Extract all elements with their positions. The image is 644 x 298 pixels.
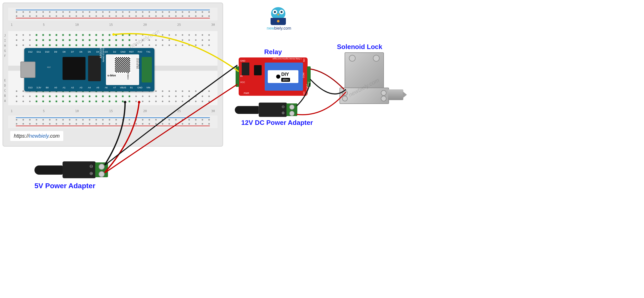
relay-pin-nc: NC <box>303 91 305 95</box>
owl-icon <box>271 7 285 19</box>
row-label: F <box>4 54 6 58</box>
pin-label: RST <box>128 51 135 53</box>
col-label: 25 <box>177 109 181 113</box>
pin-label: A7 <box>111 86 118 89</box>
relay-pin-in: IN <box>240 75 242 77</box>
diyables-tag: DIY ables <box>268 70 298 83</box>
pin-label: D6 <box>77 51 84 53</box>
wire-relay-no-red <box>310 69 344 89</box>
solenoid-lock <box>339 52 396 106</box>
relay-pin-vcc: VCC <box>240 81 245 84</box>
solenoid-base <box>339 88 389 104</box>
plus-icon: ⊕ <box>89 171 93 176</box>
pin-label: D3 <box>103 51 110 53</box>
col-label: 25 <box>177 23 181 27</box>
solenoid-body <box>345 52 384 89</box>
screw-icon <box>342 90 348 96</box>
pin-label: D4 <box>94 51 101 53</box>
solenoid-bolt <box>388 89 403 100</box>
col-label: 10 <box>75 23 79 27</box>
pin-label: A5 <box>94 86 101 89</box>
row-label: B <box>4 94 6 98</box>
plus-icon: ⊕ <box>282 110 285 115</box>
play-icon <box>276 75 280 79</box>
relay-input-terminal <box>236 66 239 87</box>
pin-label: D12 <box>27 51 34 53</box>
col-label: 15 <box>109 23 113 27</box>
row-label: E <box>4 79 6 82</box>
power-adapter-12v: ⊖ ⊕ <box>235 102 298 117</box>
arduino-pins-bottom: D13 3.3V B0 A0 A1 A2 A3 A4 A5 A6 A7 VBUS… <box>27 85 152 90</box>
screw-icon <box>99 164 105 170</box>
col-label: 20 <box>143 23 147 27</box>
pin-label: D11 <box>35 51 42 53</box>
tag-brand: DIY <box>281 72 289 77</box>
row-label: J <box>4 34 6 37</box>
dc-body: ⊖ ⊕ <box>259 103 287 117</box>
url-brand: newbiely <box>29 133 48 139</box>
relay-pin-gnd: GND <box>240 59 245 62</box>
label-12v-adapter: 12V DC Power Adapter <box>241 119 313 127</box>
screw-icon <box>342 96 348 101</box>
relay-spec: SRD-05VDC-SL-C 10A 250VAC 10A 125VAC 10A… <box>306 78 311 103</box>
minus-icon: ⊖ <box>89 163 93 169</box>
relay-module: DIY ables GND IN VCC NO COM NC PWR 1 Rel… <box>239 57 308 96</box>
pin-label: A0 <box>52 86 59 89</box>
pin-label: GND <box>119 51 127 53</box>
screw-icon <box>289 104 294 110</box>
dc-terminal <box>286 103 297 116</box>
optocoupler-chip <box>254 65 262 75</box>
newbiely-logo: newbiely.com <box>267 7 290 30</box>
row-label: C <box>4 89 6 92</box>
pin-label: A6 <box>103 86 110 89</box>
reset-btn-label: RST <box>47 66 51 68</box>
screw-icon <box>99 171 105 177</box>
screw-icon <box>381 90 386 96</box>
row-label: A <box>4 99 6 103</box>
pin-label: A2 <box>69 86 76 89</box>
pin-label: D2 <box>111 51 118 53</box>
dc-barrel-icon <box>235 106 259 114</box>
arduino-secondary-chip <box>88 56 101 81</box>
col-label: 1 <box>11 109 13 113</box>
pin-label: D5 <box>86 51 93 53</box>
col-label: 15 <box>109 109 113 113</box>
screw-icon <box>373 55 380 62</box>
antenna <box>142 57 152 82</box>
pin-label: GND <box>136 86 143 89</box>
pin-label: D9 <box>52 51 59 53</box>
row-label: G <box>4 49 6 53</box>
url-prefix: https:// <box>14 133 29 139</box>
pin-label: 3.3V <box>35 86 42 89</box>
tag-sub: ables <box>281 78 290 82</box>
site-url-box: https://newbiely.com <box>10 131 63 141</box>
dc-barrel-icon <box>34 165 63 175</box>
pin-label: A1 <box>60 86 68 89</box>
relay-header-pins <box>242 63 249 75</box>
arduino-nano-esp32: ARDUINO NANO ESP32 u-blox C06E3F 008-00 … <box>24 48 154 91</box>
pin-label: RX0 <box>136 51 143 53</box>
arduino-pins-top: D12 D11 D10 D9 D8 D7 D6 D5 D4 D3 D2 GND … <box>27 50 152 54</box>
breadboard-columns-top: 1 5 10 15 20 25 30 <box>11 23 215 27</box>
pin-label: D10 <box>44 51 51 53</box>
laptop-icon <box>271 18 286 25</box>
col-label: 1 <box>11 23 13 27</box>
relay-pin-no: NO <box>302 58 305 62</box>
breadboard-bottom-rail <box>8 115 217 128</box>
col-label: 5 <box>43 23 45 27</box>
relay-module-text: 1 Relay Module high/low level trigger <box>272 58 301 60</box>
screw-icon <box>381 96 386 101</box>
minus-icon: ⊖ <box>282 104 285 109</box>
ublox-code: C06E3F <box>127 72 129 79</box>
ublox-module: u-blox C06E3F 008-00 22/15NORA-W106 <box>106 54 139 85</box>
screw-icon <box>349 55 356 62</box>
pin-label: D8 <box>60 51 68 53</box>
label-5v-adapter: 5V Power Adapter <box>34 182 95 190</box>
label-relay: Relay <box>264 48 282 56</box>
relay-pwr-label: PWR <box>244 92 249 94</box>
power-adapter-5v: ⊖ ⊕ <box>34 161 108 179</box>
arduino-main-chip <box>63 57 86 80</box>
ublox-serial: 008-00 22/15NORA-W106 <box>136 58 140 69</box>
screw-icon <box>289 111 294 116</box>
pin-label: VIN <box>145 86 152 89</box>
